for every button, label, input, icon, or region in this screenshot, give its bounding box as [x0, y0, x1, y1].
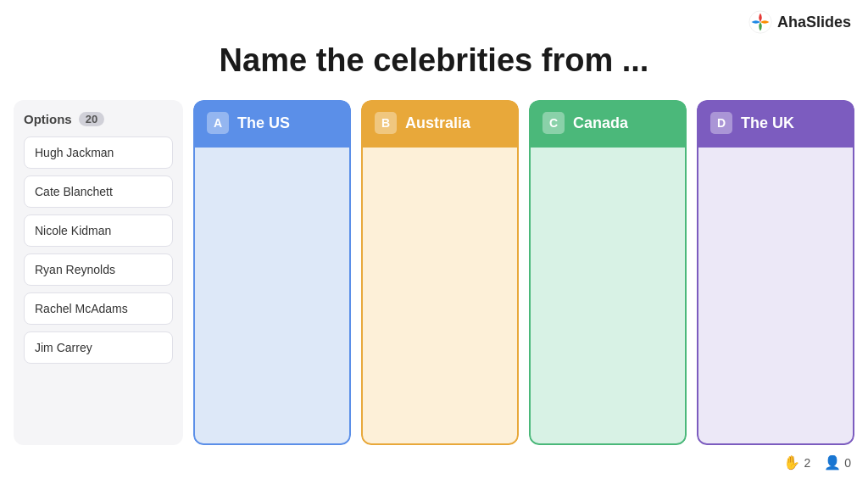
column-au-header: B Australia — [361, 100, 519, 146]
options-count: 20 — [79, 112, 104, 126]
main-layout: Options 20 Hugh Jackman Cate Blanchett N… — [14, 100, 854, 445]
list-item[interactable]: Jim Carrey — [24, 331, 173, 364]
raise-hand-status: ✋ 2 — [783, 454, 810, 471]
column-au: B Australia — [361, 100, 519, 445]
raise-hand-icon: ✋ — [783, 454, 800, 471]
column-ca-body[interactable] — [529, 146, 687, 445]
column-ca-title: Canada — [573, 114, 628, 132]
footer-status: ✋ 2 👤 0 — [783, 454, 851, 471]
users-status: 👤 0 — [824, 454, 851, 471]
column-uk-title: The UK — [741, 114, 794, 132]
column-uk-header: D The UK — [697, 100, 854, 146]
column-au-body[interactable] — [361, 146, 519, 445]
logo-area: AhaSlides — [748, 10, 851, 34]
column-us-badge: A — [207, 112, 229, 134]
page-title: Name the celebrities from ... — [0, 42, 868, 79]
column-au-title: Australia — [405, 114, 470, 132]
list-item[interactable]: Hugh Jackman — [24, 136, 173, 169]
logo-text: AhaSlides — [777, 14, 851, 31]
options-panel: Options 20 Hugh Jackman Cate Blanchett N… — [14, 100, 183, 445]
options-label: Options — [24, 112, 72, 126]
users-icon: 👤 — [824, 454, 841, 471]
column-us: A The US — [193, 100, 351, 445]
ahaslides-logo-icon — [748, 10, 772, 34]
column-us-title: The US — [237, 114, 290, 132]
column-ca: C Canada — [529, 100, 687, 445]
list-item[interactable]: Nicole Kidman — [24, 214, 173, 247]
column-uk-badge: D — [710, 112, 732, 134]
list-item[interactable]: Cate Blanchett — [24, 175, 173, 208]
column-us-body[interactable] — [193, 146, 351, 445]
users-count: 0 — [844, 456, 851, 470]
column-ca-header: C Canada — [529, 100, 687, 146]
column-us-header: A The US — [193, 100, 351, 146]
column-uk: D The UK — [697, 100, 854, 445]
options-header: Options 20 — [24, 112, 173, 126]
column-uk-body[interactable] — [697, 146, 854, 445]
list-item[interactable]: Rachel McAdams — [24, 292, 173, 325]
column-ca-badge: C — [542, 112, 565, 134]
list-item[interactable]: Ryan Reynolds — [24, 253, 173, 286]
column-au-badge: B — [375, 112, 397, 134]
raise-hand-count: 2 — [804, 456, 810, 470]
